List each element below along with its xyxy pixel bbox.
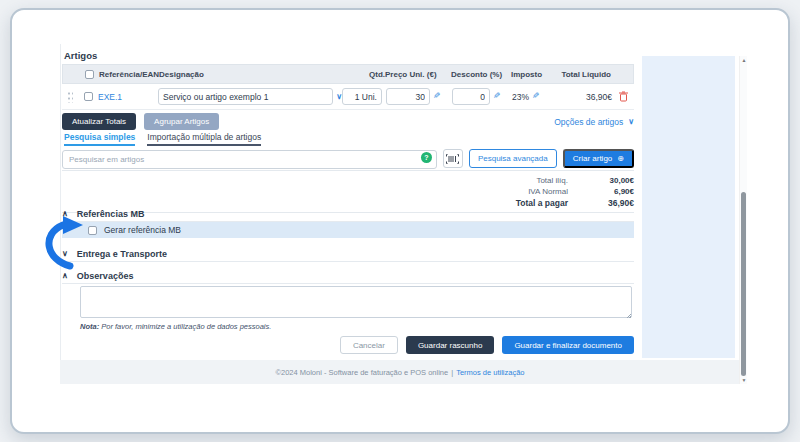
generate-mb-label: Gerar referência MB	[104, 225, 181, 235]
update-totals-button[interactable]: Atualizar Totais	[62, 113, 136, 130]
save-draft-button[interactable]: Guardar rascunho	[406, 336, 494, 354]
article-reference-link[interactable]: EXE.1	[98, 92, 122, 102]
scroll-down-icon[interactable]: ▼	[740, 376, 748, 384]
edit-price-icon[interactable]: ✎	[433, 92, 441, 101]
vertical-scrollbar[interactable]: ▲ ▼	[739, 56, 747, 384]
tax-value: 23%	[512, 92, 529, 102]
section-delivery[interactable]: ∨ Entrega e Transporte	[62, 246, 634, 262]
total-net-value: 30,00€	[568, 176, 634, 185]
terms-link[interactable]: Termos de utilização	[456, 368, 524, 377]
scroll-up-icon[interactable]: ▲	[740, 56, 748, 64]
options-chevron-icon: ∨	[628, 117, 634, 126]
delete-row-icon[interactable]	[612, 91, 634, 102]
cancel-button[interactable]: Cancelar	[340, 336, 398, 354]
tab-multiple-import[interactable]: Importação múltipla de artigos	[147, 132, 261, 146]
header-tax: Imposto	[511, 70, 557, 79]
form-actions: Cancelar Guardar rascunho Guardar e fina…	[62, 336, 634, 354]
section-notes[interactable]: ∧ Observações	[62, 268, 634, 284]
table-actions-row: Atualizar Totais Agrupar Artigos Opções …	[62, 113, 634, 130]
article-options-link[interactable]: Opções de artigos ∨	[554, 117, 634, 127]
header-reference: Referência/EAN	[99, 70, 159, 79]
select-all-checkbox[interactable]	[85, 70, 94, 79]
advanced-search-button[interactable]: Pesquisa avançada	[469, 149, 557, 168]
row-checkbox[interactable]	[84, 92, 93, 101]
qty-input[interactable]	[342, 88, 382, 105]
privacy-note-text: Por favor, minimize a utilização de dado…	[99, 322, 271, 331]
edit-discount-icon[interactable]: ✎	[493, 92, 501, 101]
group-articles-button[interactable]: Agrupar Artigos	[144, 113, 219, 130]
drag-handle-icon[interactable]	[67, 91, 73, 103]
generate-mb-reference-row[interactable]: Gerar referência MB	[62, 222, 634, 238]
header-total: Total Líquido	[557, 70, 611, 79]
vat-value: 6,90€	[568, 187, 634, 196]
help-icon[interactable]: ?	[421, 152, 432, 163]
plus-circle-icon: ⊕	[617, 154, 624, 163]
designation-input[interactable]	[158, 88, 333, 105]
unit-price-input[interactable]	[386, 88, 430, 105]
annotation-arrow-icon	[36, 214, 96, 272]
observations-textarea[interactable]	[80, 286, 632, 318]
edit-tax-icon[interactable]: ✎	[532, 92, 540, 101]
section-notes-title: Observações	[77, 271, 134, 281]
privacy-note-prefix: Nota:	[80, 322, 99, 331]
search-tabs: Pesquisa simples Importação múltipla de …	[64, 132, 261, 146]
app-window: Artigos Referência/EAN Designação Qtd. P…	[10, 8, 790, 434]
row-total: 36,90€	[558, 92, 612, 102]
article-row: EXE.1 ∨ ✎ ✎ 23% ✎ 36,90€	[62, 84, 634, 110]
footer-divider: |	[451, 368, 453, 377]
scrollbar-thumb[interactable]	[741, 192, 746, 376]
tab-simple-search[interactable]: Pesquisa simples	[64, 132, 135, 146]
barcode-scan-button[interactable]	[443, 149, 463, 168]
artigos-section-title: Artigos	[64, 50, 97, 61]
article-search-input[interactable]	[62, 150, 437, 169]
header-unit-price: Preço Uni. (€)	[385, 70, 451, 79]
header-discount: Desconto (%)	[451, 70, 511, 79]
create-article-button[interactable]: Criar artigo ⊕	[563, 149, 634, 168]
copyright-text: ©2024 Moloni - Software de faturação e P…	[275, 368, 448, 377]
total-net-label: Total ilíq.	[478, 176, 568, 185]
section-mb-references[interactable]: ∧ Referências MB	[62, 206, 634, 222]
create-article-label: Criar artigo	[573, 154, 613, 163]
privacy-note: Nota: Por favor, minimize a utilização d…	[80, 322, 271, 331]
article-search-row: ? Pesquisa avançada Criar artigo ⊕	[62, 148, 634, 169]
side-preview-panel	[642, 56, 735, 358]
article-options-label: Opções de artigos	[554, 117, 623, 127]
page-footer: ©2024 Moloni - Software de faturação e P…	[60, 360, 740, 384]
discount-input[interactable]	[452, 88, 490, 105]
articles-table-header: Referência/EAN Designação Qtd. Preço Uni…	[62, 64, 634, 84]
collapse-icon: ∧	[62, 271, 68, 280]
vat-label: IVA Normal	[478, 187, 568, 196]
save-finalize-button[interactable]: Guardar e finalizar documento	[502, 336, 634, 354]
header-qty: Qtd.	[341, 70, 385, 79]
header-designation: Designação	[159, 70, 341, 79]
